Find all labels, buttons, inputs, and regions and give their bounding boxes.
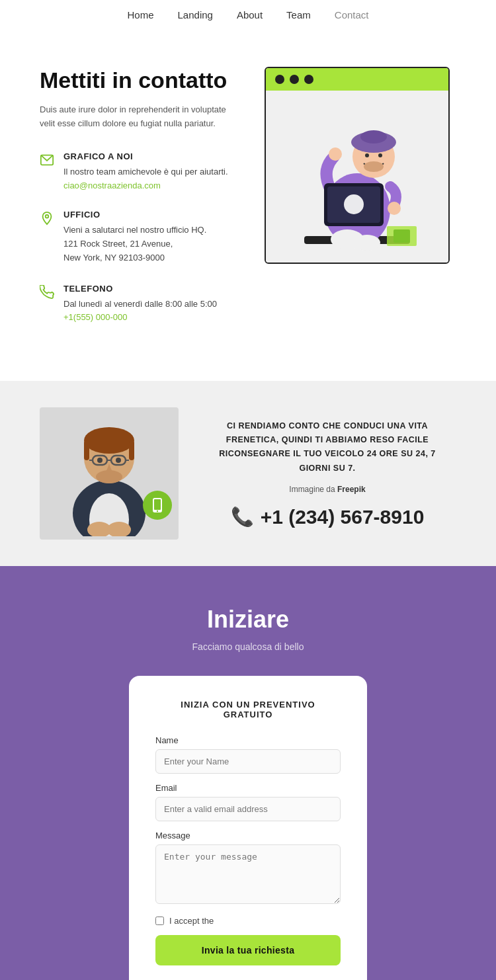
svg-point-9 (365, 153, 369, 157)
svg-point-32 (96, 470, 122, 483)
svg-point-16 (388, 202, 401, 215)
accept-checkbox[interactable] (155, 917, 164, 925)
svg-point-15 (344, 194, 364, 214)
browser-dot-3 (304, 75, 313, 84)
banner-section: CI RENDIAMO CONTO CHE CONDUCI UNA VITA F… (0, 381, 496, 566)
svg-rect-24 (129, 440, 134, 460)
phone-icon-green: 📞 (231, 506, 254, 528)
email-input[interactable] (155, 797, 341, 821)
banner-content: CI RENDIAMO CONTO CHE CONDUCI UNA VITA F… (198, 413, 456, 535)
checkbox-row: I accept the (155, 916, 341, 926)
svg-point-8 (360, 130, 387, 143)
person-illustration (284, 97, 430, 263)
contact-item-telefono: TELEFONO Dal lunedì al venerdì dalle 8:0… (40, 284, 238, 323)
banner-person (40, 407, 179, 540)
browser-dot-2 (290, 75, 299, 84)
form-card-title: INIZIA CON UN PREVENTIVO GRATUITO (155, 700, 341, 719)
grafico-title: GRAFICO A NOI (63, 151, 228, 161)
browser-bar (266, 68, 448, 91)
nav-contact[interactable]: Contact (335, 9, 369, 20)
telefono-title: TELEFONO (63, 284, 217, 294)
banner-text: CI RENDIAMO CONTO CHE CONDUCI UNA VITA F… (205, 419, 450, 475)
contact-title: Mettiti in contatto (40, 67, 238, 94)
nav-landing[interactable]: Landing (178, 9, 213, 20)
mobile-icon (149, 497, 165, 513)
form-card: INIZIA CON UN PREVENTIVO GRATUITO Name E… (129, 676, 367, 980)
email-form-group: Email (155, 783, 341, 821)
message-textarea[interactable] (155, 844, 341, 904)
svg-point-12 (329, 147, 342, 161)
contact-section: Mettiti in contatto Duis aute irure dolo… (0, 27, 496, 381)
contact-description: Duis aute irure dolor in reprehenderit i… (40, 103, 238, 131)
browser-window (265, 67, 450, 264)
banner-phone: 📞 +1 (234) 567-8910 (205, 506, 450, 528)
svg-point-31 (116, 458, 121, 463)
banner-image (40, 407, 179, 540)
contact-illustration (265, 67, 456, 341)
message-label: Message (155, 831, 341, 840)
name-input[interactable] (155, 749, 341, 774)
email-label: Email (155, 783, 341, 793)
svg-point-22 (84, 427, 134, 454)
svg-rect-36 (154, 499, 161, 510)
svg-point-30 (97, 458, 103, 463)
svg-rect-4 (393, 229, 410, 243)
svg-point-37 (157, 510, 158, 512)
email-icon (40, 153, 54, 167)
browser-dot-1 (275, 75, 284, 84)
phone-icon (40, 285, 54, 300)
nav-home[interactable]: Home (128, 9, 154, 20)
ufficio-address2: New York, NY 92103-9000 (63, 251, 206, 265)
ufficio-address1: 121 Rock Street, 21 Avenue, (63, 237, 206, 251)
contact-item-grafico: GRAFICO A NOI Il nostro team amichevole … (40, 151, 238, 191)
browser-body (266, 91, 448, 263)
ufficio-title: UFFICIO (63, 210, 206, 220)
checkbox-label: I accept the (169, 916, 214, 926)
iniziare-title: Iniziare (26, 606, 470, 633)
banner-credit: Immagine da Freepik (205, 485, 450, 494)
submit-button[interactable]: Invia la tua richiesta (155, 935, 341, 965)
nav-about[interactable]: About (237, 9, 263, 20)
contact-item-ufficio: UFFICIO Vieni a salutarci nel nostro uff… (40, 210, 238, 265)
location-icon (40, 211, 54, 225)
iniziare-section: Iniziare Facciamo qualcosa di bello INIZ… (0, 566, 496, 980)
name-label: Name (155, 735, 341, 745)
svg-point-1 (46, 215, 49, 218)
svg-point-10 (378, 153, 382, 157)
nav-team[interactable]: Team (286, 9, 311, 20)
banner-phone-number: +1 (234) 567-8910 (261, 506, 425, 528)
ufficio-text: Vieni a salutarci nel nostro ufficio HQ. (63, 224, 206, 237)
svg-point-18 (354, 235, 380, 251)
telefono-number-link[interactable]: +1(555) 000-000 (63, 312, 128, 322)
svg-point-11 (364, 161, 384, 172)
name-form-group: Name (155, 735, 341, 774)
svg-rect-23 (84, 440, 89, 460)
grafico-text: Il nostro team amichevole è qui per aiut… (63, 165, 228, 179)
man-illustration (53, 411, 165, 536)
iniziare-subtitle: Facciamo qualcosa di bello (26, 641, 470, 652)
message-form-group: Message (155, 831, 341, 907)
telefono-hours: Dal lunedì al venerdì dalle 8:00 alle 5:… (63, 298, 217, 311)
navigation: Home Landing About Team Contact (0, 0, 496, 27)
contact-left: Mettiti in contatto Duis aute irure dolo… (40, 67, 238, 341)
grafico-email-link[interactable]: ciao@nostraazienda.com (63, 181, 161, 190)
